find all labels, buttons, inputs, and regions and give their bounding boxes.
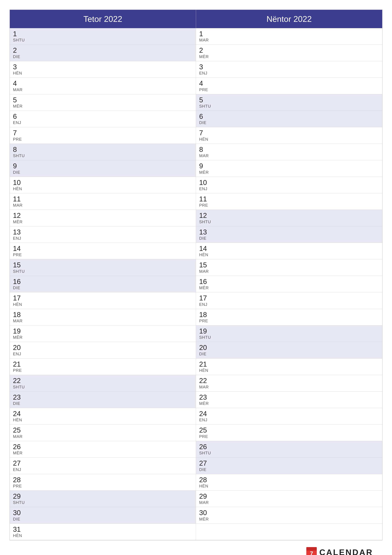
day-cell-tetor-20: 20ENJ [10, 342, 196, 358]
day-number: 14 [13, 245, 193, 252]
day-cell-tetor-29: 29SHTU [10, 491, 196, 507]
day-name: SHTU [13, 38, 193, 43]
day-name: MAR [13, 87, 193, 92]
day-number: 3 [199, 63, 379, 71]
day-row: 9DIE9MËR [10, 160, 382, 177]
day-name: DIE [199, 351, 379, 357]
day-cell-tetor-1: 1SHTU [10, 28, 196, 44]
day-name: HËN [13, 302, 193, 307]
day-row: 22SHTU22MAR [10, 375, 382, 391]
day-cell-nentor-28: 28HËN [196, 474, 382, 490]
day-name: SHTU [199, 335, 379, 340]
day-cell-nentor-29: 29MAR [196, 491, 382, 507]
day-row: 11MAR11PRE [10, 193, 382, 210]
day-name: MËR [13, 451, 193, 455]
day-row: 19MËR19SHTU [10, 325, 382, 342]
day-number: 15 [13, 261, 193, 269]
day-name: SHTU [13, 500, 193, 505]
day-row: 5MËR5SHTU [10, 94, 382, 111]
day-number: 31 [13, 526, 193, 533]
calendar-grid: Tetor 2022Nëntor 2022 1SHTU1MAR2DIE2MËR3… [9, 9, 383, 540]
day-name: ENJ [199, 302, 379, 307]
day-cell-nentor-27: 27DIE [196, 458, 382, 474]
day-name: PRE [13, 137, 193, 142]
day-number: 11 [13, 195, 193, 203]
day-name: ENJ [199, 417, 379, 423]
day-name: ENJ [13, 236, 193, 241]
day-number: 21 [199, 360, 379, 368]
day-name: MËR [199, 285, 379, 290]
day-number: 18 [199, 311, 379, 319]
day-name: HËN [13, 186, 193, 191]
day-number: 6 [199, 113, 379, 120]
day-name: PRE [13, 252, 193, 257]
day-cell-nentor-7: 7HËN [196, 127, 382, 144]
day-cell-nentor-8: 8MAR [196, 144, 382, 160]
day-number: 24 [199, 410, 379, 417]
day-name: MAR [199, 269, 379, 274]
day-name: PRE [199, 203, 379, 208]
day-row: 30DIE30MËR [10, 507, 382, 524]
day-cell-nentor-23: 23MËR [196, 392, 382, 408]
day-number: 30 [13, 509, 193, 517]
day-number: 10 [13, 179, 193, 186]
day-number: 27 [199, 460, 379, 467]
day-cell-nentor-3: 3ENJ [196, 61, 382, 78]
day-row: 25MAR25PRE [10, 424, 382, 441]
month-header-tetor: Tetor 2022 [10, 10, 196, 28]
day-cell-tetor-12: 12MËR [10, 210, 196, 226]
day-cell-nentor-18: 18PRE [196, 309, 382, 325]
day-name: PRE [13, 368, 193, 373]
day-cell-tetor-3: 3HËN [10, 61, 196, 78]
day-name: ENJ [13, 120, 193, 125]
day-number: 1 [13, 30, 193, 38]
day-row: 21PRE21HËN [10, 358, 382, 375]
day-number: 21 [13, 360, 193, 368]
day-row: 3HËN3ENJ [10, 61, 382, 78]
day-cell-nentor-17: 17ENJ [196, 292, 382, 309]
day-name: DIE [13, 54, 193, 59]
day-cell-nentor-5: 5SHTU [196, 94, 382, 110]
day-name: PRE [199, 434, 379, 439]
day-number: 17 [13, 294, 193, 302]
day-row: 24HËN24ENJ [10, 408, 382, 424]
day-cell-nentor-24: 24ENJ [196, 408, 382, 424]
day-row: 16DIE16MËR [10, 276, 382, 292]
day-cell-tetor-10: 10HËN [10, 177, 196, 193]
day-number: 27 [13, 460, 193, 467]
day-name: MËR [199, 170, 379, 175]
day-number: 15 [199, 261, 379, 269]
day-cell-tetor-11: 11MAR [10, 193, 196, 210]
day-name: PRE [199, 319, 379, 323]
day-row: 27ENJ27DIE [10, 458, 382, 474]
day-number: 26 [13, 443, 193, 451]
day-cell-nentor-19: 19SHTU [196, 325, 382, 342]
day-row: 2DIE2MËR [10, 45, 382, 61]
day-number: 28 [13, 476, 193, 484]
day-row: 18MAR18PRE [10, 309, 382, 325]
day-cell-nentor-12: 12SHTU [196, 210, 382, 226]
day-cell-nentor-10: 10ENJ [196, 177, 382, 193]
day-row: 13ENJ13DIE [10, 226, 382, 243]
day-cell-tetor-31: 31HËN [10, 524, 196, 540]
day-cell-tetor-17: 17HËN [10, 292, 196, 309]
day-name: DIE [13, 170, 193, 175]
day-name: DIE [13, 517, 193, 522]
day-name: PRE [199, 87, 379, 92]
day-number: 3 [13, 63, 193, 71]
day-cell-tetor-27: 27ENJ [10, 458, 196, 474]
day-number: 9 [199, 162, 379, 170]
day-row: 23DIE23MËR [10, 392, 382, 408]
day-number: 25 [199, 426, 379, 434]
day-name: HËN [13, 71, 193, 76]
day-number: 13 [13, 228, 193, 236]
day-cell-nentor-11: 11PRE [196, 193, 382, 210]
day-cell-nentor-6: 6DIE [196, 111, 382, 127]
day-name: HËN [199, 368, 379, 373]
day-number: 19 [13, 327, 193, 335]
day-number: 9 [13, 162, 193, 170]
day-row: 29SHTU29MAR [10, 491, 382, 507]
day-number: 29 [199, 492, 379, 500]
day-name: HËN [199, 484, 379, 489]
day-row: 28PRE28HËN [10, 474, 382, 491]
